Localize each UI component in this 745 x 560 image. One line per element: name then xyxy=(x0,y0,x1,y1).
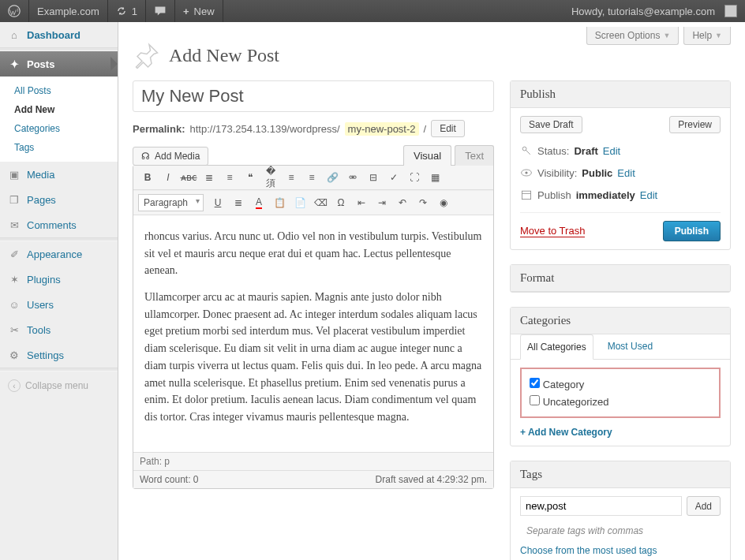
indent-button[interactable]: ⇥ xyxy=(372,194,391,211)
sub-tags[interactable]: Tags xyxy=(9,138,118,157)
my-account[interactable]: Howdy, tutorials@example.com xyxy=(563,0,745,22)
textcolor-button[interactable]: A xyxy=(249,194,268,211)
align-right-button[interactable]: ≡ xyxy=(302,169,321,186)
refresh-icon xyxy=(116,6,127,17)
unlink-button[interactable]: ⚮ xyxy=(343,169,362,186)
more-button[interactable]: ⊟ xyxy=(364,169,383,186)
paste-text-button[interactable]: 📋 xyxy=(270,194,289,211)
pin-icon: ✦ xyxy=(8,58,21,70)
wp-logo[interactable] xyxy=(0,0,29,22)
align-center-button[interactable]: ≡ xyxy=(282,169,301,186)
edit-schedule-link[interactable]: Edit xyxy=(640,189,657,201)
collapse-menu[interactable]: ‹ Collapse menu xyxy=(0,371,118,400)
permalink-slug[interactable]: my-new-post-2 xyxy=(345,122,419,136)
ol-button[interactable]: ≡ xyxy=(220,169,239,186)
svg-point-3 xyxy=(525,171,527,174)
menu-label: Plugins xyxy=(27,274,61,286)
ul-button[interactable]: ≣ xyxy=(200,169,219,186)
comments-bubble[interactable] xyxy=(146,0,175,22)
quote-button[interactable]: ❝ xyxy=(241,169,260,186)
menu-pages[interactable]: ❐Pages xyxy=(0,187,118,212)
publish-heading: Publish xyxy=(511,81,730,108)
calendar-icon xyxy=(520,189,533,201)
preview-button[interactable]: Preview xyxy=(669,116,721,133)
fullscreen-button[interactable]: ⛶ xyxy=(405,169,424,186)
cat-tab-all[interactable]: All Categories xyxy=(520,334,593,360)
site-name[interactable]: Example.com xyxy=(29,0,108,22)
tab-visual[interactable]: Visual xyxy=(403,145,451,166)
editor-content[interactable]: rhoncus varius. Arcu nunc ut. Odio vel n… xyxy=(133,215,493,452)
redo-button[interactable]: ↷ xyxy=(414,194,432,211)
outdent-button[interactable]: ⇤ xyxy=(352,194,371,211)
home-icon: ⌂ xyxy=(8,28,21,41)
menu-label: Settings xyxy=(27,349,64,361)
move-to-trash-link[interactable]: Move to Trash xyxy=(520,225,585,237)
menu-label: Posts xyxy=(27,58,54,70)
new-content[interactable]: + New xyxy=(175,0,223,22)
format-box: Format xyxy=(510,264,731,293)
menu-users[interactable]: ☺Users xyxy=(0,292,118,317)
paste-word-button[interactable]: 📄 xyxy=(290,194,309,211)
category-item[interactable]: Uncategorized xyxy=(530,393,711,410)
link-button[interactable]: 🔗 xyxy=(323,169,342,186)
menu-label: Dashboard xyxy=(27,29,80,41)
category-checkbox[interactable] xyxy=(530,378,540,388)
save-draft-button[interactable]: Save Draft xyxy=(520,116,582,133)
strike-button[interactable]: ᴀʙᴄ xyxy=(179,169,198,186)
sub-add-new[interactable]: Add New xyxy=(9,100,118,119)
justify-button[interactable]: ≣ xyxy=(229,194,248,211)
menu-settings[interactable]: ⚙Settings xyxy=(0,342,118,368)
underline-button[interactable]: U xyxy=(208,194,227,211)
wordpress-icon xyxy=(8,5,21,17)
clear-format-button[interactable]: ⌫ xyxy=(311,194,330,211)
comment-icon: ✉ xyxy=(8,218,21,231)
publish-button[interactable]: Publish xyxy=(663,221,721,241)
tab-text[interactable]: Text xyxy=(455,145,494,166)
menu-label: Tools xyxy=(27,324,51,336)
publish-box: Publish Save Draft Preview Status: Draft… xyxy=(510,80,731,250)
sub-categories[interactable]: Categories xyxy=(9,119,118,138)
updates-count: 1 xyxy=(132,6,137,17)
appearance-icon: ✐ xyxy=(8,248,21,260)
category-checkbox[interactable] xyxy=(530,395,540,405)
categories-heading: Categories xyxy=(511,308,730,334)
screen-options-button[interactable]: Screen Options▼ xyxy=(586,27,679,45)
menu-plugins[interactable]: ✶Plugins xyxy=(0,267,118,292)
editor-footer: Word count: 0 Draft saved at 4:29:32 pm. xyxy=(133,470,493,488)
edit-visibility-link[interactable]: Edit xyxy=(617,167,635,179)
help-button[interactable]: Help▼ xyxy=(683,27,731,45)
sub-all-posts[interactable]: All Posts xyxy=(9,81,118,100)
chevron-down-icon: ▼ xyxy=(715,32,722,39)
menu-media[interactable]: ▣Media xyxy=(0,162,118,187)
menu-comments[interactable]: ✉Comments xyxy=(0,212,118,237)
undo-button[interactable]: ↶ xyxy=(393,194,412,211)
tag-input[interactable] xyxy=(520,496,682,516)
new-label: New xyxy=(194,6,215,17)
italic-button[interactable]: I xyxy=(159,169,178,186)
menu-dashboard[interactable]: ⌂ Dashboard xyxy=(0,22,118,47)
menu-tools[interactable]: ✂Tools xyxy=(0,317,118,342)
edit-slug-button[interactable]: Edit xyxy=(431,120,465,137)
format-select[interactable]: Paragraph xyxy=(138,194,204,211)
spell-button[interactable]: ✓ xyxy=(384,169,403,186)
autosave-status: Draft saved at 4:29:32 pm. xyxy=(376,474,487,485)
kitchensink-button[interactable]: ▦ xyxy=(425,169,444,186)
menu-posts[interactable]: ✦ Posts xyxy=(0,51,118,77)
category-item[interactable]: Category xyxy=(530,375,711,393)
add-new-category-link[interactable]: + Add New Category xyxy=(520,427,612,438)
add-media-button[interactable]: ☊ Add Media xyxy=(133,147,208,166)
add-tag-button[interactable]: Add xyxy=(687,496,721,516)
updates[interactable]: 1 xyxy=(108,0,146,22)
cat-tab-most-used[interactable]: Most Used xyxy=(601,334,659,359)
plus-icon: + xyxy=(183,6,189,17)
menu-appearance[interactable]: ✐Appearance xyxy=(0,241,118,267)
help-icon-button[interactable]: ◉ xyxy=(434,194,453,211)
edit-status-link[interactable]: Edit xyxy=(603,145,620,157)
bold-button[interactable]: B xyxy=(138,169,157,186)
choose-tags-link[interactable]: Choose from the most used tags xyxy=(520,545,657,556)
align-left-button[interactable]: �須 xyxy=(261,169,280,186)
media-icon: ▣ xyxy=(8,168,21,181)
post-title-input[interactable] xyxy=(133,80,494,112)
toolbar-row-1: B I ᴀʙᴄ ≣ ≡ ❝ �須 ≡ ≡ 🔗 ⚮ ⊟ ✓ ⛶ xyxy=(133,166,493,190)
charmap-button[interactable]: Ω xyxy=(331,194,350,211)
